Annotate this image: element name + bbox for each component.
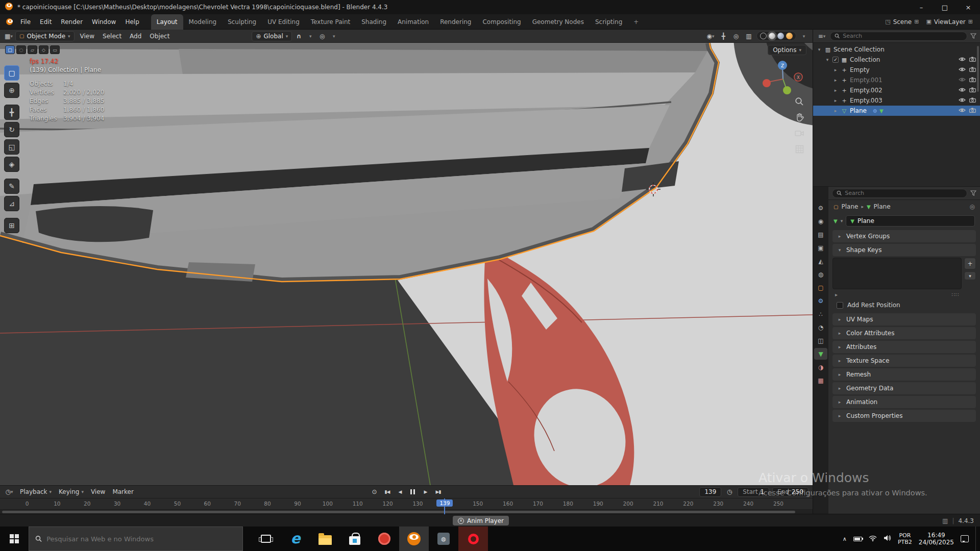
- list-resize-grip[interactable]: ∷∷: [951, 292, 959, 297]
- snap-toggle[interactable]: ∩: [293, 31, 304, 41]
- tool-annotate-button[interactable]: ✎: [4, 179, 19, 194]
- taskbar-search-input[interactable]: [46, 535, 236, 543]
- shape-key-specials-menu[interactable]: ▾: [964, 271, 976, 280]
- timeline-editor-type-button[interactable]: ◷▾: [4, 487, 14, 497]
- proportional-editing-toggle[interactable]: ◎: [317, 31, 327, 41]
- outliner-row-empty-003[interactable]: ▸+Empty.003: [813, 95, 980, 106]
- new-view-layer-button[interactable]: ⊞: [968, 18, 973, 25]
- properties-tab-object[interactable]: ▢: [814, 282, 827, 293]
- maximize-button[interactable]: □: [933, 0, 957, 14]
- blender-menu-icon[interactable]: [3, 18, 16, 25]
- disable-in-renders-toggle[interactable]: [969, 87, 976, 94]
- preview-range-toggle[interactable]: ◷: [724, 487, 734, 497]
- taskbar-app-task-view[interactable]: [251, 527, 281, 551]
- language-indicator[interactable]: POR PTB2: [898, 532, 912, 545]
- start-button[interactable]: [0, 527, 29, 551]
- auto-keyframe-toggle[interactable]: ⊙: [369, 487, 380, 497]
- disable-in-renders-toggle[interactable]: [969, 77, 976, 84]
- workspace-tab-rendering[interactable]: Rendering: [434, 14, 477, 30]
- menu-help[interactable]: Help: [120, 17, 143, 27]
- outliner-row-scene-collection[interactable]: ▾▥Scene Collection: [813, 44, 980, 55]
- next-keyframe-button[interactable]: ▶: [420, 487, 431, 497]
- outliner-row-empty-002[interactable]: ▸+Empty.002: [813, 85, 980, 95]
- editor-type-button[interactable]: ▦▾: [4, 31, 14, 41]
- viewport-menu-add[interactable]: Add: [126, 33, 145, 40]
- select-mode-lasso[interactable]: ◇: [39, 45, 48, 54]
- viewport-menu-object[interactable]: Object: [145, 33, 174, 40]
- panel-color-attributes[interactable]: ▸Color Attributes: [832, 327, 976, 339]
- taskbar-clock[interactable]: 16:49 24/06/2025: [919, 532, 954, 546]
- disable-in-renders-toggle[interactable]: [969, 107, 976, 114]
- properties-tab-tool[interactable]: ⚙: [814, 202, 827, 214]
- shading-dropdown[interactable]: ▾: [799, 31, 809, 41]
- shading-wireframe-button[interactable]: [760, 33, 767, 39]
- shading-material-button[interactable]: [777, 33, 784, 39]
- wifi-icon[interactable]: [869, 535, 877, 543]
- workspace-tab-scripting[interactable]: Scripting: [590, 14, 628, 30]
- jump-to-start-button[interactable]: ▮◀: [381, 487, 393, 497]
- outliner-row-empty[interactable]: ▸+Empty: [813, 65, 980, 75]
- taskbar-app-edge[interactable]: e: [281, 527, 310, 551]
- viewport-menu-view[interactable]: View: [76, 33, 99, 40]
- collapse-icon[interactable]: ▾: [816, 47, 822, 52]
- frame-end-field[interactable]: End250: [772, 487, 808, 497]
- tool-cursor-button[interactable]: ⊕: [4, 83, 19, 98]
- viewport-menu-select[interactable]: Select: [99, 33, 126, 40]
- properties-tab-texture[interactable]: ▦: [814, 374, 827, 386]
- workspace-tab-layout[interactable]: Layout: [151, 14, 183, 30]
- hide-in-viewport-toggle[interactable]: [959, 87, 966, 94]
- timeline-menu-playback[interactable]: Playback▾: [16, 488, 55, 495]
- disable-in-renders-toggle[interactable]: [969, 97, 976, 104]
- add-rest-position-checkbox[interactable]: [837, 302, 843, 309]
- scene-selector[interactable]: ◳ Scene ⊞: [885, 18, 919, 26]
- show-desktop-button[interactable]: [975, 527, 979, 551]
- menu-render[interactable]: Render: [56, 17, 87, 27]
- tool-rotate-button[interactable]: ↻: [4, 122, 19, 137]
- properties-tab-render[interactable]: ◉: [814, 215, 827, 227]
- pan-hand-icon[interactable]: [794, 112, 805, 123]
- playhead-frame-tag[interactable]: 139: [436, 499, 453, 507]
- taskbar-app-file-explorer[interactable]: [310, 527, 340, 551]
- timeline-menu-keying[interactable]: Keying▾: [55, 488, 87, 495]
- properties-tab-object-data[interactable]: ▼: [814, 348, 827, 360]
- workspace-tab-compositing[interactable]: Compositing: [477, 14, 526, 30]
- expand-icon[interactable]: ▸: [832, 98, 839, 103]
- properties-tab-world[interactable]: ◍: [814, 268, 827, 280]
- taskbar-app-gray-app[interactable]: ◍: [429, 527, 458, 551]
- hidden-icons-chevron[interactable]: ∧: [843, 536, 847, 542]
- gizmo-x-negative-axis[interactable]: [763, 79, 771, 87]
- viewport-canvas[interactable]: Z X ▢ ◌ ▱ ◇ ▭ Options ▾ ▢⊕╋↻◱◈✎⊿⊞ fps 17…: [0, 43, 813, 485]
- hide-in-viewport-toggle[interactable]: [959, 77, 966, 84]
- shape-keys-list[interactable]: [832, 258, 962, 289]
- workspace-tab-shading[interactable]: Shading: [356, 14, 392, 30]
- outliner-editor-type-button[interactable]: ≡▾: [817, 31, 827, 41]
- hide-in-viewport-toggle[interactable]: [959, 56, 966, 63]
- disable-in-renders-toggle[interactable]: [969, 66, 976, 73]
- properties-tab-physics[interactable]: ◔: [814, 321, 827, 333]
- gizmo-y-axis[interactable]: [783, 86, 791, 94]
- tool-measure-button[interactable]: ⊿: [4, 196, 19, 211]
- workspace-tab-animation[interactable]: Animation: [392, 14, 434, 30]
- select-mode-box[interactable]: ◌: [16, 45, 26, 54]
- toggle-ortho-icon[interactable]: [794, 143, 805, 155]
- hide-in-viewport-toggle[interactable]: [959, 66, 966, 73]
- taskbar-app-blender[interactable]: [399, 527, 429, 551]
- timeline-menu-view[interactable]: View: [87, 488, 109, 495]
- tool-transform-button[interactable]: ◈: [4, 157, 19, 172]
- tool-select-box-button[interactable]: ▢: [4, 65, 19, 81]
- outliner-row-plane[interactable]: ▸▽Plane⚙▼: [813, 106, 980, 116]
- tool-move-button[interactable]: ╋: [4, 105, 19, 120]
- disable-in-renders-toggle[interactable]: [969, 56, 976, 63]
- jump-to-end-button[interactable]: ▶▮: [432, 487, 444, 497]
- mode-dropdown[interactable]: ▢ Object Mode ▾: [15, 31, 75, 41]
- zoom-icon[interactable]: [794, 96, 805, 107]
- snap-dropdown[interactable]: ▾: [305, 31, 315, 41]
- anim-player-button[interactable]: × Anim Player: [453, 516, 509, 525]
- action-center-icon[interactable]: [961, 535, 969, 542]
- properties-search-field[interactable]: [832, 189, 967, 198]
- properties-tab-particles[interactable]: ∴: [814, 308, 827, 320]
- workspace-tab-geometry-nodes[interactable]: Geometry Nodes: [527, 14, 590, 30]
- workspace-tab-sculpting[interactable]: Sculpting: [222, 14, 262, 30]
- overlays-toggle[interactable]: ◎: [731, 31, 741, 41]
- timeline-ruler[interactable]: 0102030405060708090100110120130140150160…: [0, 498, 813, 510]
